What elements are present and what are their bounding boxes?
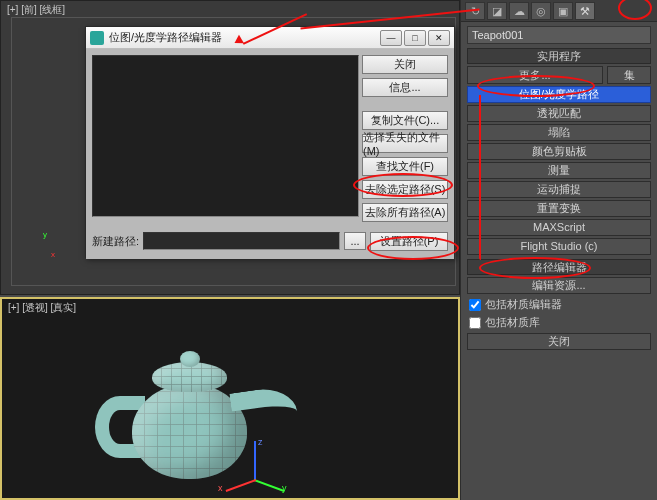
teapot-mesh[interactable]: z y x [77, 334, 297, 494]
tab-hierarchy-icon[interactable]: ☁ [509, 2, 529, 20]
dialog-side-buttons: 关闭 信息... 复制文件(C)... 选择丢失的文件(M) 查找文件(F) 去… [362, 55, 448, 222]
select-missing-button[interactable]: 选择丢失的文件(M) [362, 134, 448, 153]
teapot-spout [229, 385, 300, 439]
tab-modify-icon[interactable]: ◪ [487, 2, 507, 20]
edit-resources-button[interactable]: 编辑资源... [467, 277, 651, 294]
bitmap-path-editor-dialog[interactable]: 位图/光度学路径编辑器 — □ ✕ 关闭 信息... 复制文件(C)... 选择… [85, 26, 455, 258]
panel-close-button[interactable]: 关闭 [467, 333, 651, 350]
viewport-perspective-label: [+] [透视] [真实] [8, 301, 76, 315]
find-files-button[interactable]: 查找文件(F) [362, 157, 448, 176]
utilities-list: 位图/光度学路径 透视匹配 塌陷 颜色剪贴板 测量 运动捕捉 重置变换 MAXS… [467, 86, 651, 255]
remove-all-button[interactable]: 去除所有路径(A) [362, 203, 448, 222]
dialog-titlebar[interactable]: 位图/光度学路径编辑器 — □ ✕ [86, 27, 454, 49]
dialog-title-text: 位图/光度学路径编辑器 [109, 30, 222, 45]
include-mat-editor-checkbox[interactable] [469, 299, 481, 311]
copy-files-button[interactable]: 复制文件(C)... [362, 111, 448, 130]
new-path-row: 新建路径: ... 设置路径(P) [92, 231, 448, 251]
command-panel: ↻ ◪ ☁ ◎ ▣ ⚒ Teapot001 实用程序 更多... 集 位图/光度… [460, 0, 657, 500]
include-mat-editor-label: 包括材质编辑器 [485, 297, 562, 312]
viewport-front-label: [+] [前] [线框] [7, 3, 65, 17]
new-path-label: 新建路径: [92, 234, 139, 249]
utility-color-clipboard[interactable]: 颜色剪贴板 [467, 143, 651, 160]
close-button[interactable]: 关闭 [362, 55, 448, 74]
object-name-field[interactable]: Teapot001 [467, 26, 651, 44]
info-button[interactable]: 信息... [362, 78, 448, 97]
include-mat-lib-checkbox[interactable] [469, 317, 481, 329]
new-path-input[interactable] [143, 232, 340, 250]
utilities-rollout-title[interactable]: 实用程序 [467, 48, 651, 64]
viewport-perspective[interactable]: [+] [透视] [真实] z y x [0, 297, 460, 500]
dialog-body: 关闭 信息... 复制文件(C)... 选择丢失的文件(M) 查找文件(F) 去… [86, 49, 454, 259]
utility-motion-capture[interactable]: 运动捕捉 [467, 181, 651, 198]
utility-maxscript[interactable]: MAXScript [467, 219, 651, 236]
axis-gizmo-front: y x [37, 240, 57, 260]
utility-perspective-match[interactable]: 透视匹配 [467, 105, 651, 122]
remove-selected-button[interactable]: 去除选定路径(S) [362, 180, 448, 199]
include-mat-lib-check[interactable]: 包括材质库 [469, 315, 649, 330]
utility-flight-studio[interactable]: Flight Studio (c) [467, 238, 651, 255]
tab-display-icon[interactable]: ▣ [553, 2, 573, 20]
path-listbox[interactable] [92, 55, 359, 217]
include-mat-editor-check[interactable]: 包括材质编辑器 [469, 297, 649, 312]
maximize-button[interactable]: □ [404, 30, 426, 46]
set-path-button[interactable]: 设置路径(P) [370, 232, 448, 251]
minimize-button[interactable]: — [380, 30, 402, 46]
transform-gizmo[interactable]: z y x [232, 459, 282, 500]
teapot-knob [180, 351, 200, 367]
tab-create-icon[interactable]: ↻ [465, 2, 485, 20]
utility-measure[interactable]: 测量 [467, 162, 651, 179]
utility-bitmap-path[interactable]: 位图/光度学路径 [467, 86, 651, 103]
tab-motion-icon[interactable]: ◎ [531, 2, 551, 20]
more-button[interactable]: 更多... [467, 66, 603, 84]
dialog-app-icon [90, 31, 104, 45]
include-mat-lib-label: 包括材质库 [485, 315, 540, 330]
browse-path-button[interactable]: ... [344, 232, 366, 250]
utility-collapse[interactable]: 塌陷 [467, 124, 651, 141]
command-panel-tabs: ↻ ◪ ☁ ◎ ▣ ⚒ [461, 0, 657, 22]
utility-reset-xform[interactable]: 重置变换 [467, 200, 651, 217]
path-editor-rollout-title[interactable]: 路径编辑器 [467, 259, 651, 275]
sets-button[interactable]: 集 [607, 66, 651, 84]
tab-utilities-icon[interactable]: ⚒ [575, 2, 595, 20]
close-window-button[interactable]: ✕ [428, 30, 450, 46]
